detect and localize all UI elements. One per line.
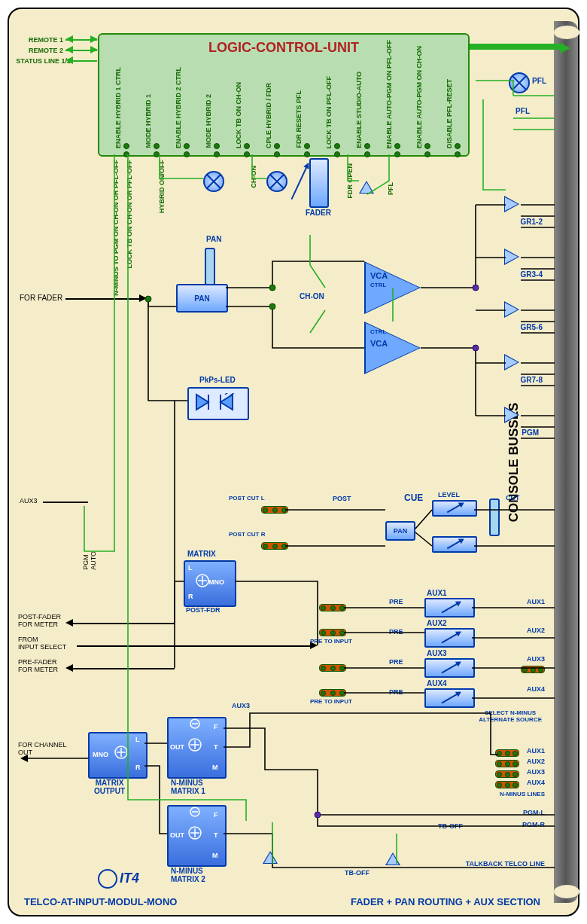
ctrl-text: CTRL — [370, 282, 386, 288]
talkback-label: TALKBACK TELCO LINE — [466, 860, 545, 868]
nminus-aux3: AUX3 — [527, 768, 545, 776]
wire — [73, 623, 175, 624]
lcu-pin-label: ENABLE HYBRID 1 CTRL — [114, 67, 122, 148]
postcutl-jumper — [261, 506, 288, 514]
pre-label2: PRE — [389, 628, 403, 636]
sel-nminus-label: SELECT N-MINUS ALTERNATE SOURCE — [479, 709, 542, 723]
aux1-label: AUX1 — [427, 589, 447, 597]
nm-aux1-jumper — [495, 749, 519, 757]
sum-icon — [196, 574, 209, 587]
status-label: STATUS LINE 1/2 — [11, 57, 71, 65]
r-text: R — [135, 764, 141, 771]
svg-line-4 — [225, 393, 231, 395]
aux2-label: AUX2 — [427, 619, 447, 627]
gr34-amp-icon — [504, 249, 519, 265]
arrow-icon — [20, 755, 28, 762]
arrow-icon — [560, 43, 570, 53]
fdropen-label: FDR OPEN — [346, 163, 354, 199]
node — [145, 296, 152, 303]
hybrid-label: HYBRID ON/OFF — [158, 160, 166, 213]
f1-text: F — [214, 723, 218, 730]
nminus-logic-label: N-MINUS TO PGM ON CH-ON OR PFL-OFF — [112, 160, 120, 296]
diagram-frame: CONSOLE BUSSES LOGIC-CONTROL-UNIT ENABLE… — [8, 8, 579, 916]
lcu-pin-label: LOCK TB ON PFL-OFF — [325, 76, 333, 149]
nminus-lines-label: N-MINUS LINES — [500, 791, 545, 797]
pgml-label: PGM-L — [523, 809, 545, 816]
out2-text: OUT — [170, 831, 184, 839]
gr78-label: GR7-8 — [521, 376, 543, 384]
arrow-icon — [65, 46, 73, 53]
lcu-pin-dots — [455, 143, 461, 157]
lcu-pin-label: ENABLE STUDIO-AUTO — [355, 72, 363, 148]
node — [473, 285, 479, 291]
node — [269, 285, 276, 291]
lcu-pin-label: DISABLE PFL-RESET — [446, 79, 453, 148]
lcu-pin-dots — [334, 143, 340, 157]
postcutl-label: POST CUT L — [229, 495, 265, 502]
nminus-aux4: AUX4 — [527, 779, 545, 786]
aux3-nm-label: AUX3 — [232, 702, 250, 709]
cue-level-pot — [432, 500, 477, 517]
cut-label: CUT — [506, 494, 520, 502]
chon-label: CH-ON — [250, 166, 257, 188]
remote2-label: REMOTE 2 — [18, 47, 63, 54]
vca2-text: VCA — [370, 339, 388, 348]
pre-label3: PRE — [389, 658, 403, 666]
mno-text: MNO — [93, 751, 108, 758]
gr34-label: GR3-4 — [521, 270, 543, 279]
wire — [73, 668, 175, 669]
gr12-label: GR1-2 — [521, 218, 543, 226]
remote1-label: REMOTE 1 — [18, 36, 63, 44]
bus-notch — [554, 26, 579, 39]
pgm-amp-icon — [504, 407, 519, 423]
for-channel-label: FOR CHANNEL OUT — [18, 741, 67, 756]
chon-lamp-icon — [266, 171, 287, 192]
product-text: IT4 — [120, 871, 139, 886]
minus-icon — [190, 807, 200, 817]
locktb-logic-label: LOCK TB ON CH-ON OR PFL-OFF — [126, 160, 133, 268]
arrow-icon — [90, 46, 98, 53]
page: CONSOLE BUSSES LOGIC-CONTROL-UNIT ENABLE… — [0, 0, 587, 924]
matrix-mno: MNO — [208, 578, 224, 586]
aux2-bus-label: AUX2 — [527, 627, 545, 634]
nm-aux4-jumper — [495, 781, 519, 788]
hybrid-lamp-icon — [203, 171, 224, 192]
ctrl-text2: CTRL — [370, 328, 386, 335]
aux4-label: AUX4 — [427, 679, 447, 688]
t2-text: T — [214, 831, 218, 839]
pre-label1: PRE — [389, 598, 403, 605]
arrow-icon — [65, 35, 73, 43]
nm-aux3-jumper — [495, 770, 519, 778]
fdr-open-led-icon — [359, 181, 374, 194]
nminus2-label: N-MINUS MATRIX 2 — [171, 867, 205, 883]
lcu-pin-dots — [214, 143, 220, 157]
brand-logo: IT4 — [98, 869, 139, 889]
cue-pan-text: PAN — [394, 527, 407, 535]
pretoinput-jumper2 — [319, 689, 346, 697]
tboff-label2: TB-OFF — [345, 869, 370, 877]
out1-text: OUT — [170, 743, 184, 751]
l-text: L — [135, 736, 140, 743]
logo-circle-icon — [98, 869, 117, 889]
svg-marker-0 — [196, 395, 208, 410]
pan-label: PAN — [206, 235, 221, 243]
nminus1-label: N-MINUS MATRIX 1 — [171, 779, 205, 795]
m2-text: M — [212, 852, 218, 859]
pretoinput-label: PRE TO INPUT — [310, 638, 352, 645]
pfl-label: PFL — [532, 77, 546, 85]
pre-jumper1 — [319, 604, 346, 611]
node — [473, 345, 479, 352]
pan-block: PAN — [176, 284, 228, 313]
cut-pot — [489, 499, 500, 536]
lcu-pin-dots — [244, 143, 250, 157]
lcu-title: LOGIC-CONTROL-UNIT — [99, 40, 468, 56]
arrow-icon — [65, 664, 73, 672]
tb-led2-icon — [385, 852, 400, 865]
cue-pan-block: PAN — [385, 521, 415, 541]
matrix-l: L — [188, 564, 193, 572]
pre-jumper2 — [319, 664, 346, 672]
pan-text: PAN — [194, 294, 209, 303]
chon-label2: CH-ON — [300, 292, 324, 300]
wire — [65, 298, 142, 300]
postfader-meter-label: POST-FADER FOR METER — [18, 613, 61, 628]
